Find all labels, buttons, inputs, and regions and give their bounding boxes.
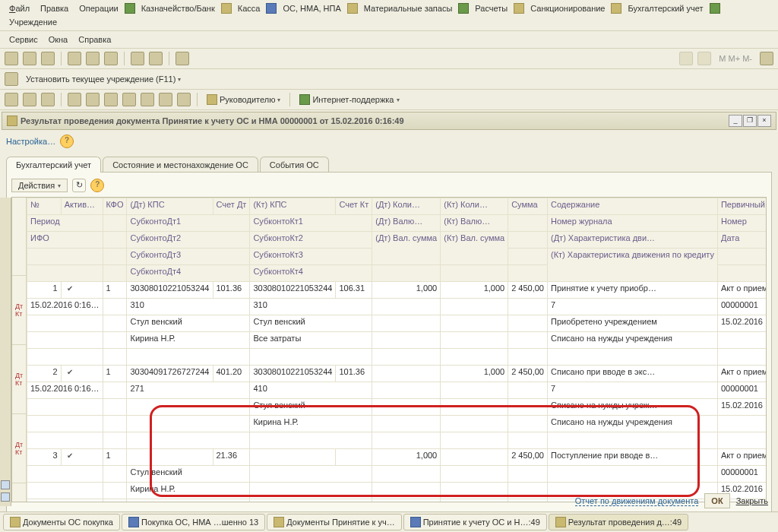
cell[interactable]: 30308010221053244	[127, 282, 213, 299]
cell[interactable]	[250, 466, 372, 483]
cell[interactable]: 1,000	[441, 366, 508, 382]
cell[interactable]: 00000001	[717, 382, 766, 399]
cell[interactable]	[27, 466, 103, 483]
col-ktkol[interactable]: (Кт) Коли…	[441, 198, 508, 215]
cell[interactable]	[127, 399, 250, 416]
cell[interactable]	[103, 432, 127, 449]
col-activ[interactable]: Актив…	[61, 198, 103, 215]
cell[interactable]	[441, 332, 508, 349]
cell[interactable]: 101.36	[336, 366, 372, 382]
cell[interactable]	[103, 483, 127, 499]
tb-undo-icon[interactable]	[131, 52, 144, 65]
cell[interactable]	[548, 432, 718, 449]
cell[interactable]	[27, 332, 103, 349]
cell[interactable]	[717, 332, 766, 349]
status-tab-5[interactable]: Результат проведения д…:49	[549, 514, 688, 530]
cell[interactable]: Списано на нужды учреждения	[548, 332, 718, 349]
cell[interactable]	[103, 299, 127, 315]
col-journal[interactable]: Номер журнала	[548, 215, 718, 232]
cell[interactable]	[250, 349, 372, 366]
cell[interactable]: Все затраты	[250, 332, 372, 349]
cell[interactable]	[441, 416, 508, 432]
cell[interactable]: 1,000	[441, 282, 508, 299]
cell[interactable]	[127, 432, 250, 449]
cell[interactable]: 106.31	[336, 282, 372, 299]
cell[interactable]	[717, 349, 766, 366]
cell[interactable]	[717, 432, 766, 449]
tab-state-location[interactable]: Состояние и местонахождение ОС	[103, 157, 258, 173]
cell[interactable]	[372, 332, 441, 349]
tb-i2-icon[interactable]	[23, 93, 36, 106]
tb-find-icon[interactable]	[176, 52, 189, 65]
col-sk2[interactable]: СубконтоКт2	[250, 232, 372, 249]
cell[interactable]: Кирина Н.Р.	[250, 416, 372, 432]
tb-i6-icon[interactable]	[104, 93, 118, 106]
cell[interactable]: Кирина Н.Р.	[127, 332, 250, 349]
cell[interactable]: 2 450,00	[508, 366, 548, 382]
menu-inst[interactable]: Учреждение	[5, 16, 62, 28]
cell[interactable]: 3	[27, 449, 62, 466]
cell[interactable]	[441, 499, 508, 502]
cell[interactable]	[103, 399, 127, 416]
tab-accounting[interactable]: Бухгалтерский учет	[6, 157, 101, 173]
col-sk1[interactable]: СубконтоКт1	[250, 215, 372, 232]
cell[interactable]: 30304091726727244	[127, 366, 213, 382]
tb-open-icon[interactable]	[23, 52, 36, 65]
menu-cash[interactable]: Касса	[233, 2, 265, 14]
cell[interactable]	[441, 299, 508, 315]
support-button[interactable]: Интернет-поддержка	[296, 93, 402, 106]
cell[interactable]	[127, 499, 250, 502]
col-pdoc[interactable]: Первичный документ	[717, 198, 766, 215]
cell[interactable]	[508, 466, 548, 483]
settings-link[interactable]: Настройка…	[6, 137, 55, 146]
cell[interactable]	[103, 499, 127, 502]
cell[interactable]: Стул венский	[250, 315, 372, 332]
menu-sanction[interactable]: Санкционирование	[526, 2, 609, 14]
cell[interactable]	[103, 315, 127, 332]
data-grid[interactable]: ДтКт ДтКт ДтКт № Актив… КФО (Дт) КПС Сче…	[11, 197, 767, 502]
col-sd3[interactable]: СубконтоДт3	[127, 249, 250, 265]
cell[interactable]: 2 450,00	[508, 449, 548, 466]
col-schdt[interactable]: Счет Дт	[213, 198, 250, 215]
cell[interactable]	[372, 366, 441, 382]
menu-ops[interactable]: Операции	[74, 2, 122, 14]
cell[interactable]: 15.02.2016	[717, 399, 766, 416]
cell[interactable]	[250, 432, 372, 449]
cell[interactable]: 1	[103, 282, 127, 299]
menu-file[interactable]: Файл	[5, 2, 34, 14]
tb-doc-icon[interactable]	[5, 72, 18, 86]
col-sd2[interactable]: СубконтоДт2	[127, 232, 250, 249]
tb-new-icon[interactable]	[5, 52, 18, 65]
cell[interactable]	[508, 416, 548, 432]
tb-redo-icon[interactable]	[149, 52, 163, 65]
menu-acct[interactable]: Бухгалтерский учет	[623, 2, 707, 14]
cell[interactable]	[127, 349, 250, 366]
col-ifo[interactable]: ИФО	[27, 232, 103, 249]
col-content[interactable]: Содержание	[548, 198, 718, 215]
cell[interactable]	[441, 466, 508, 483]
tb-i10-icon[interactable]	[177, 93, 191, 106]
cell[interactable]: 1,000	[372, 449, 441, 466]
cell[interactable]	[27, 499, 103, 502]
cell[interactable]	[548, 466, 718, 483]
cell[interactable]	[61, 366, 103, 382]
cell[interactable]	[548, 349, 718, 366]
cell[interactable]	[441, 399, 508, 416]
cell[interactable]	[27, 416, 103, 432]
cell[interactable]	[441, 449, 508, 466]
tb-cut-icon[interactable]	[68, 52, 81, 65]
col-dtval[interactable]: (Дт) Валю…	[372, 215, 441, 232]
cell[interactable]	[27, 432, 103, 449]
vbar-icon-1[interactable]	[1, 480, 10, 489]
cell[interactable]	[27, 315, 103, 332]
col-dtkps[interactable]: (Дт) КПС	[127, 198, 213, 215]
cell[interactable]	[27, 399, 103, 416]
tb-paste-icon[interactable]	[104, 52, 118, 65]
tb-wrench-icon[interactable]	[760, 52, 773, 65]
tb-i5-icon[interactable]	[86, 93, 100, 106]
col-sum[interactable]: Сумма	[508, 198, 548, 215]
close-link[interactable]: Закрыть	[736, 496, 768, 505]
tb-i8-icon[interactable]	[141, 93, 154, 106]
cell[interactable]	[372, 299, 441, 315]
cell[interactable]: 2 450,00	[508, 282, 548, 299]
